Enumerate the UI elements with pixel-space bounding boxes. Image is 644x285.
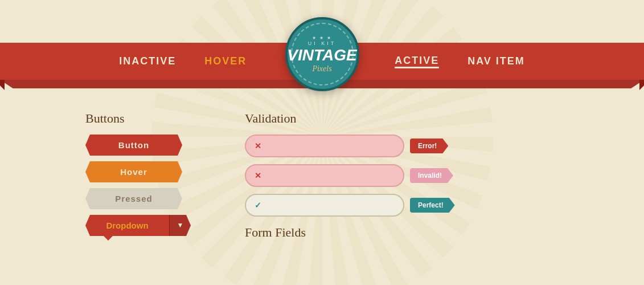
ribbon-right bbox=[639, 80, 644, 90]
badge-perfect: Perfect! bbox=[410, 198, 455, 213]
validation-field-valid: ✓ Perfect! bbox=[245, 194, 559, 217]
validation-field-error: ✕ Error! bbox=[245, 135, 559, 157]
ribbon-left bbox=[0, 80, 5, 90]
nav-item-nav-item[interactable]: NAV ITEM bbox=[467, 55, 525, 67]
logo-stars: ★ ★ ★ bbox=[312, 35, 332, 40]
badge-error: Error! bbox=[410, 139, 448, 153]
buttons-section: Buttons Button Hover Pressed Dropdown ▼ bbox=[85, 111, 211, 274]
button-pressed[interactable]: Pressed bbox=[85, 188, 182, 209]
nav-item-active[interactable]: ACTIVE bbox=[395, 55, 439, 68]
logo-circle: ★ ★ ★ UI Kit VINTAGE Pixels bbox=[285, 17, 359, 91]
dropdown-button-container: Dropdown ▼ bbox=[85, 215, 191, 236]
error-icon-1: ✕ bbox=[255, 141, 261, 151]
buttons-section-title: Buttons bbox=[85, 111, 211, 126]
input-field-error[interactable]: ✕ bbox=[245, 135, 404, 157]
input-field-valid[interactable]: ✓ bbox=[245, 194, 404, 217]
logo-ui-kit-label: UI Kit bbox=[308, 40, 337, 46]
nav-item-hover[interactable]: HOVER bbox=[204, 55, 247, 67]
validation-field-invalid: ✕ Invalid! bbox=[245, 164, 559, 187]
dropdown-arrow-icon: ▼ bbox=[177, 221, 184, 230]
validation-section: Validation ✕ Error! ✕ Invalid! ✓ Perfect… bbox=[211, 111, 559, 274]
logo-pixels-text: Pixels bbox=[312, 64, 331, 74]
input-field-invalid[interactable]: ✕ bbox=[245, 164, 404, 187]
dropdown-arrow-button[interactable]: ▼ bbox=[169, 215, 191, 236]
nav-item-inactive[interactable]: INACTIVE bbox=[119, 55, 176, 67]
badge-invalid: Invalid! bbox=[410, 168, 453, 183]
form-fields-section-title: Form Fields bbox=[245, 225, 559, 240]
dropdown-caret-icon bbox=[102, 235, 114, 241]
dropdown-wrapper: Dropdown ▼ bbox=[85, 215, 191, 236]
main-content: Buttons Button Hover Pressed Dropdown ▼ … bbox=[0, 100, 644, 285]
dropdown-main-button[interactable]: Dropdown bbox=[85, 215, 169, 236]
check-icon: ✓ bbox=[255, 201, 261, 210]
button-hover[interactable]: Hover bbox=[85, 161, 182, 182]
validation-section-title: Validation bbox=[245, 111, 559, 126]
error-icon-2: ✕ bbox=[255, 171, 261, 181]
button-default[interactable]: Button bbox=[85, 135, 182, 156]
logo-vintage-text: VINTAGE bbox=[287, 47, 356, 63]
